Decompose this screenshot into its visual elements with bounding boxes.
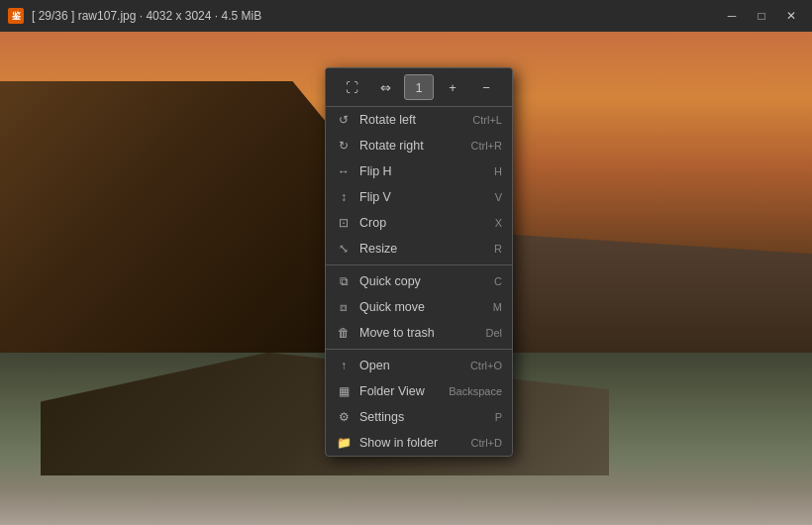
open-label: Open — [359, 359, 462, 372]
menu-item-flip-v[interactable]: ↕Flip VV — [326, 184, 512, 210]
move-to-trash-shortcut: Del — [485, 327, 502, 339]
rotate-right-label: Rotate right — [359, 139, 463, 153]
menu-item-settings[interactable]: ⚙SettingsP — [326, 404, 512, 430]
menu-item-crop[interactable]: ⊡CropX — [326, 210, 512, 236]
move-to-trash-label: Move to trash — [359, 326, 477, 340]
menu-item-open[interactable]: ↑OpenCtrl+O — [326, 353, 512, 378]
close-button[interactable]: ✕ — [778, 6, 804, 26]
app-icon: 鉴 — [8, 8, 24, 24]
crop-icon: ⊡ — [336, 215, 352, 231]
folder-view-label: Folder View — [359, 384, 441, 398]
menu-items-container: ↺Rotate leftCtrl+L↻Rotate rightCtrl+R↔Fl… — [326, 107, 512, 456]
show-in-folder-icon: 📁 — [336, 435, 352, 451]
crop-label: Crop — [359, 216, 487, 230]
menu-toolbar: ⛶ ⇔ 1 + − — [326, 68, 512, 107]
menu-item-folder-view[interactable]: ▦Folder ViewBackspace — [326, 378, 512, 404]
context-menu: ⛶ ⇔ 1 + − ↺Rotate leftCtrl+L↻Rotate righ… — [325, 67, 513, 457]
titlebar-controls: ─ □ ✕ — [719, 6, 804, 26]
titlebar: 鉴 [ 29/36 ] raw107.jpg · 4032 x 3024 · 4… — [0, 0, 812, 32]
fit-button[interactable]: ⛶ — [337, 74, 366, 100]
quick-move-icon: ⧈ — [336, 299, 352, 315]
divider-divider2 — [326, 349, 512, 350]
settings-icon: ⚙ — [336, 409, 352, 425]
flip-v-icon: ↕ — [336, 189, 352, 205]
show-in-folder-shortcut: Ctrl+D — [471, 437, 502, 449]
resize-icon: ⤡ — [336, 241, 352, 257]
folder-view-shortcut: Backspace — [449, 385, 502, 397]
menu-item-rotate-left[interactable]: ↺Rotate leftCtrl+L — [326, 107, 512, 133]
zoom-in-button[interactable]: + — [438, 74, 467, 100]
settings-shortcut: P — [495, 411, 502, 423]
show-in-folder-label: Show in folder — [359, 436, 463, 450]
menu-item-quick-copy[interactable]: ⧉Quick copyC — [326, 268, 512, 294]
quick-copy-icon: ⧉ — [336, 273, 352, 289]
move-to-trash-icon: 🗑 — [336, 325, 352, 341]
rotate-left-label: Rotate left — [359, 113, 464, 127]
rotate-right-shortcut: Ctrl+R — [471, 140, 502, 152]
zoom-1-button[interactable]: 1 — [404, 74, 434, 100]
flip-h-shortcut: H — [494, 165, 502, 177]
titlebar-left: 鉴 [ 29/36 ] raw107.jpg · 4032 x 3024 · 4… — [8, 8, 261, 24]
maximize-button[interactable]: □ — [749, 6, 774, 26]
rotate-left-shortcut: Ctrl+L — [472, 114, 502, 126]
quick-move-label: Quick move — [359, 300, 485, 314]
bg-cliff — [0, 81, 365, 377]
flip-v-shortcut: V — [495, 191, 502, 203]
quick-move-shortcut: M — [493, 301, 502, 313]
folder-view-icon: ▦ — [336, 383, 352, 399]
rotate-right-icon: ↻ — [336, 138, 352, 154]
flip-h-label: Flip H — [359, 164, 486, 178]
flip-h-icon: ↔ — [336, 163, 352, 179]
menu-item-show-in-folder[interactable]: 📁Show in folderCtrl+D — [326, 430, 512, 456]
flip-v-label: Flip V — [359, 190, 487, 204]
crop-shortcut: X — [495, 217, 502, 229]
resize-label: Resize — [359, 242, 486, 256]
rotate-left-icon: ↺ — [336, 112, 352, 128]
resize-shortcut: R — [494, 243, 502, 255]
open-shortcut: Ctrl+O — [470, 360, 502, 371]
menu-item-quick-move[interactable]: ⧈Quick moveM — [326, 294, 512, 320]
menu-item-rotate-right[interactable]: ↻Rotate rightCtrl+R — [326, 133, 512, 158]
menu-item-flip-h[interactable]: ↔Flip HH — [326, 158, 512, 184]
quick-copy-label: Quick copy — [359, 274, 486, 288]
menu-item-resize[interactable]: ⤡ResizeR — [326, 236, 512, 262]
menu-item-move-to-trash[interactable]: 🗑Move to trashDel — [326, 320, 512, 346]
settings-label: Settings — [359, 410, 487, 424]
open-icon: ↑ — [336, 358, 352, 373]
zoom-out-button[interactable]: − — [471, 74, 501, 100]
original-size-button[interactable]: ⇔ — [370, 74, 400, 100]
quick-copy-shortcut: C — [494, 275, 502, 287]
divider-divider1 — [326, 264, 512, 265]
titlebar-title: [ 29/36 ] raw107.jpg · 4032 x 3024 · 4.5… — [32, 9, 261, 23]
minimize-button[interactable]: ─ — [719, 6, 745, 26]
